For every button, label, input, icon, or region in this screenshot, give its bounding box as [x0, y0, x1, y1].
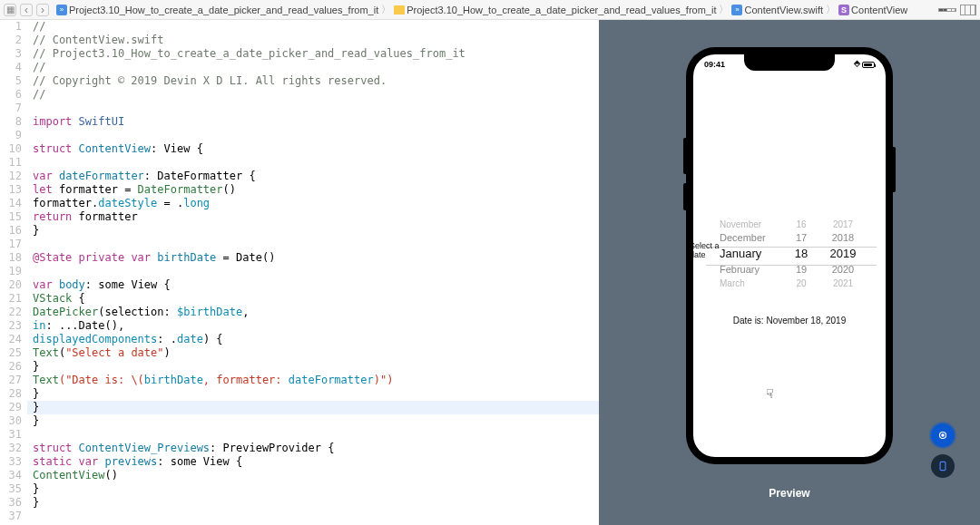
toolbar-nav-icons: [4, 4, 49, 16]
nav-back-icon[interactable]: [20, 4, 33, 16]
nav-forward-icon[interactable]: [36, 4, 49, 16]
phone-notch: [744, 54, 835, 71]
month-wheel[interactable]: NovemberDecemberJanuaryFebruaryMarch: [720, 218, 776, 299]
phone-side-button: [683, 183, 686, 210]
related-items-icon[interactable]: [4, 4, 16, 16]
breadcrumb-toolbar: » Project3.10_How_to_create_a_date_picke…: [0, 0, 980, 20]
date-picker-label: Select a date: [693, 241, 720, 259]
status-time: 09:41: [704, 60, 725, 69]
line-gutter: 1234567891011121314151617181920212223242…: [0, 20, 27, 525]
date-picker[interactable]: Select a date NovemberDecemberJanuaryFeb…: [693, 218, 886, 299]
device-settings-button[interactable]: [931, 454, 955, 478]
svg-rect-2: [940, 462, 946, 470]
day-wheel[interactable]: 1617181920: [792, 218, 810, 299]
code-editor[interactable]: 1234567891011121314151617181920212223242…: [0, 20, 599, 525]
crumb-project1[interactable]: Project3.10_How_to_create_a_date_picker_…: [69, 5, 378, 15]
crumb-symbol[interactable]: ContentView: [851, 5, 907, 15]
folder-icon: [394, 5, 405, 15]
crumb-project2[interactable]: Project3.10_How_to_create_a_date_picker_…: [407, 5, 716, 15]
live-preview-button[interactable]: [931, 423, 955, 447]
phone-screen[interactable]: 09:41 Select a date NovemberDecemberJanu…: [693, 54, 886, 457]
year-wheel[interactable]: 20172018201920202021: [827, 218, 859, 299]
date-output-text: Date is: November 18, 2019: [693, 316, 886, 326]
canvas-preview: 09:41 Select a date NovemberDecemberJanu…: [599, 20, 980, 525]
phone-side-button: [893, 147, 896, 192]
code-area[interactable]: // // ContentView.swift // Project3.10_H…: [27, 20, 599, 525]
struct-icon: S: [838, 5, 849, 15]
swift-file-icon: »: [731, 5, 742, 15]
coverage-meter-icon: [938, 8, 956, 12]
cursor-hand-icon: ☟: [766, 386, 774, 401]
crumb-file[interactable]: ContentView.swift: [744, 5, 823, 15]
svg-point-1: [942, 434, 944, 436]
battery-icon: [862, 62, 875, 68]
preview-title: Preview: [599, 487, 980, 500]
iphone-bezel: 09:41 Select a date NovemberDecemberJanu…: [686, 47, 893, 464]
main-split: 1234567891011121314151617181920212223242…: [0, 20, 980, 525]
wifi-icon: [854, 60, 860, 69]
swift-file-icon: »: [56, 5, 67, 15]
editor-layout-icon[interactable]: [960, 5, 976, 15]
phone-side-button: [683, 138, 686, 174]
breadcrumb[interactable]: » Project3.10_How_to_create_a_date_picke…: [56, 3, 907, 16]
